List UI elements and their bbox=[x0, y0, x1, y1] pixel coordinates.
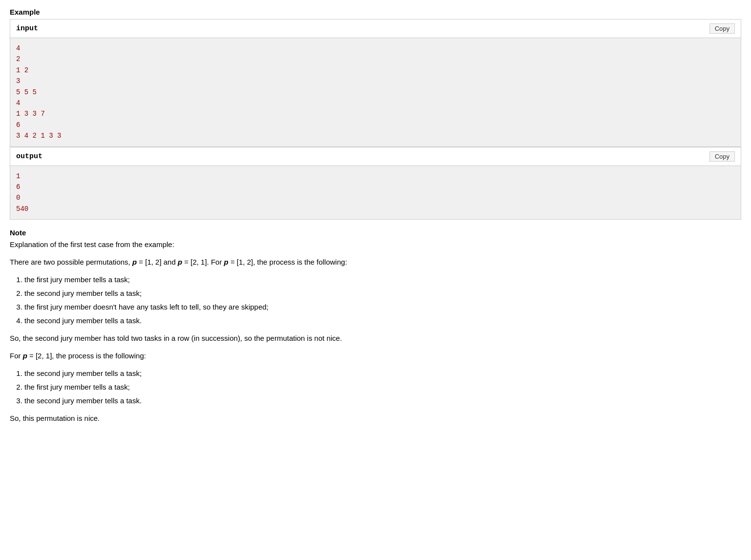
output-content: 1 6 0 540 bbox=[10, 166, 741, 220]
list-item: the first jury member tells a task; bbox=[24, 381, 741, 393]
output-header: output Copy bbox=[10, 147, 741, 166]
note-title: Note bbox=[10, 228, 741, 237]
input-block: input Copy 4 2 1 2 3 5 5 5 4 1 3 3 7 6 3… bbox=[10, 19, 741, 147]
input-content: 4 2 1 2 3 5 5 5 4 1 3 3 7 6 3 4 2 1 3 3 bbox=[10, 38, 741, 146]
note-paragraph2: So, the second jury member has told two … bbox=[10, 332, 741, 344]
input-copy-button[interactable]: Copy bbox=[709, 23, 735, 34]
list-item: the second jury member tells a task; bbox=[24, 368, 741, 379]
list-item: the second jury member tells a task; bbox=[24, 288, 741, 299]
list-item: the first jury member tells a task; bbox=[24, 274, 741, 286]
output-block: output Copy 1 6 0 540 bbox=[10, 147, 741, 220]
input-label: input bbox=[16, 24, 38, 33]
list-item: the second jury member tells a task. bbox=[24, 315, 741, 327]
note-paragraph4: So, this permutation is nice. bbox=[10, 413, 741, 424]
list-item: the second jury member tells a task. bbox=[24, 395, 741, 407]
note-section: Note Explanation of the first test case … bbox=[10, 228, 741, 424]
note-intro: Explanation of the first test case from … bbox=[10, 239, 741, 250]
note-list2: the second jury member tells a task; the… bbox=[24, 368, 741, 407]
note-paragraph1: There are two possible permutations, p =… bbox=[10, 256, 741, 268]
example-section: Example input Copy 4 2 1 2 3 5 5 5 4 1 3… bbox=[10, 8, 741, 220]
example-title: Example bbox=[10, 8, 741, 16]
note-paragraph3: For p = [2, 1], the process is the follo… bbox=[10, 350, 741, 362]
output-label: output bbox=[16, 152, 42, 161]
math-p: p bbox=[132, 258, 137, 266]
math-p2: p bbox=[178, 258, 182, 266]
math-p4: p bbox=[23, 352, 27, 360]
math-p3: p bbox=[224, 258, 229, 266]
note-list1: the first jury member tells a task; the … bbox=[24, 274, 741, 327]
list-item: the first jury member doesn't have any t… bbox=[24, 301, 741, 313]
input-header: input Copy bbox=[10, 20, 741, 38]
output-copy-button[interactable]: Copy bbox=[709, 151, 735, 162]
